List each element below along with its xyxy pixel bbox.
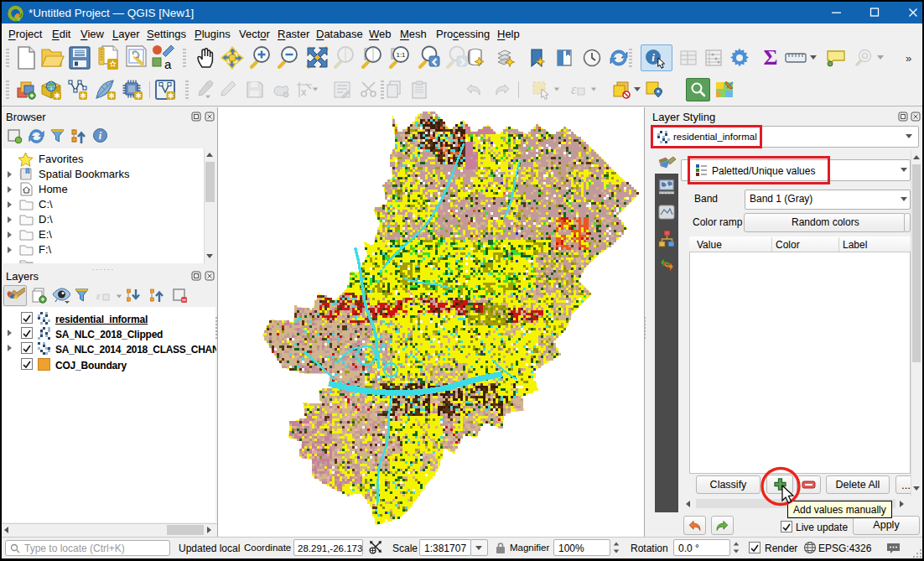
svg-text:ε: ε [571, 82, 577, 96]
svg-text:i: i [651, 51, 655, 64]
svg-text:ε: ε [96, 289, 101, 302]
svg-text:Σ: Σ [764, 47, 778, 69]
svg-text:1:1: 1:1 [396, 51, 406, 59]
svg-text:x: x [301, 86, 307, 98]
svg-text:a: a [164, 57, 172, 70]
